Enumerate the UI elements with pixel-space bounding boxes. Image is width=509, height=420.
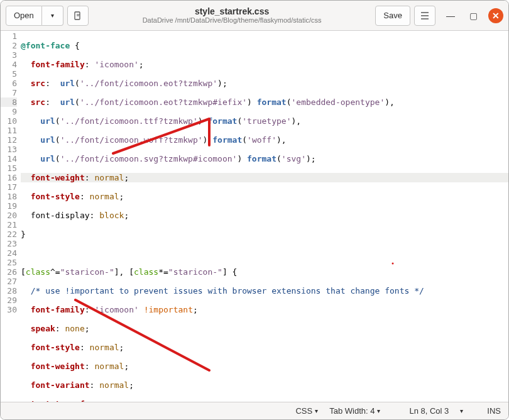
chevron-down-icon: ▾ (377, 407, 380, 414)
line-number: 9 (1, 107, 17, 116)
line-number: 6 (1, 79, 17, 88)
window-minimize-button[interactable]: — (443, 8, 458, 23)
header-bar: Open ▾ style_startrek.css DataDrive /mnt… (1, 1, 508, 31)
new-tab-button[interactable] (67, 6, 89, 26)
line-number: 27 (1, 277, 17, 286)
status-tab-width: Tab Width: 4 (329, 406, 375, 416)
open-button-group: Open ▾ (6, 6, 63, 26)
status-insert-mode: INS (487, 406, 501, 416)
line-number: 23 (1, 239, 17, 248)
chevron-down-icon: ▾ (51, 12, 54, 19)
hamburger-menu-button[interactable] (414, 6, 435, 26)
open-dropdown-button[interactable]: ▾ (42, 6, 63, 26)
language-selector[interactable]: CSS ▾ (295, 406, 318, 416)
status-language: CSS (295, 406, 312, 416)
document-path: DataDrive /mnt/DataDrive/Blog/theme/flas… (89, 16, 376, 25)
line-number: 11 (1, 126, 17, 135)
line-number: 19 (1, 201, 17, 211)
line-number: 15 (1, 163, 17, 173)
line-number: 14 (1, 154, 17, 163)
status-bar: CSS ▾ Tab Width: 4 ▾ Ln 8, Col 3 ▾ INS (1, 402, 508, 419)
window-close-button[interactable]: ✕ (488, 8, 503, 23)
cursor-position-selector[interactable]: Ln 8, Col 3 (409, 406, 449, 416)
hamburger-icon (420, 12, 429, 19)
chevron-down-icon: ▾ (460, 407, 463, 414)
line-number: 24 (1, 248, 17, 258)
title-area: style_startrek.css DataDrive /mnt/DataDr… (89, 6, 376, 25)
minimize-icon: — (446, 11, 455, 21)
save-button[interactable]: Save (375, 6, 410, 26)
status-cursor-position: Ln 8, Col 3 (409, 406, 449, 416)
line-number: 10 (1, 116, 17, 126)
open-button[interactable]: Open (6, 6, 42, 26)
line-number: 2 (1, 41, 17, 50)
maximize-icon: ▢ (469, 11, 478, 21)
svg-point-2 (392, 263, 394, 265)
code-content[interactable]: @font-face { font-family: 'icomoon'; src… (21, 31, 508, 402)
line-number: 28 (1, 286, 17, 296)
line-number: 8 (1, 97, 17, 107)
new-document-icon (74, 11, 82, 20)
window-maximize-button[interactable]: ▢ (466, 8, 481, 23)
line-number: 18 (1, 192, 17, 201)
line-number: 13 (1, 145, 17, 154)
line-number: 20 (1, 211, 17, 220)
line-number: 1 (1, 31, 17, 41)
line-gutter: 1 2 3 4 5 6 7 8 9 10 11 12 13 14 15 16 1… (1, 31, 21, 402)
line-number: 12 (1, 135, 17, 145)
line-number: 25 (1, 258, 17, 267)
close-icon: ✕ (492, 11, 500, 21)
line-number: 29 (1, 296, 17, 305)
line-number: 3 (1, 50, 17, 60)
chevron-down-icon: ▾ (315, 407, 318, 414)
line-number: 30 (1, 305, 17, 314)
insert-mode[interactable]: INS (487, 406, 501, 416)
line-number: 4 (1, 60, 17, 69)
document-title: style_startrek.css (89, 6, 376, 17)
line-number: 22 (1, 229, 17, 239)
line-number: 17 (1, 182, 17, 192)
line-number: 5 (1, 69, 17, 79)
tab-width-selector[interactable]: Tab Width: 4 ▾ (329, 406, 380, 416)
line-number: 21 (1, 220, 17, 229)
line-number: 16 (1, 173, 17, 182)
line-number: 7 (1, 88, 17, 97)
editor-area[interactable]: 1 2 3 4 5 6 7 8 9 10 11 12 13 14 15 16 1… (1, 31, 508, 402)
line-number: 26 (1, 267, 17, 277)
